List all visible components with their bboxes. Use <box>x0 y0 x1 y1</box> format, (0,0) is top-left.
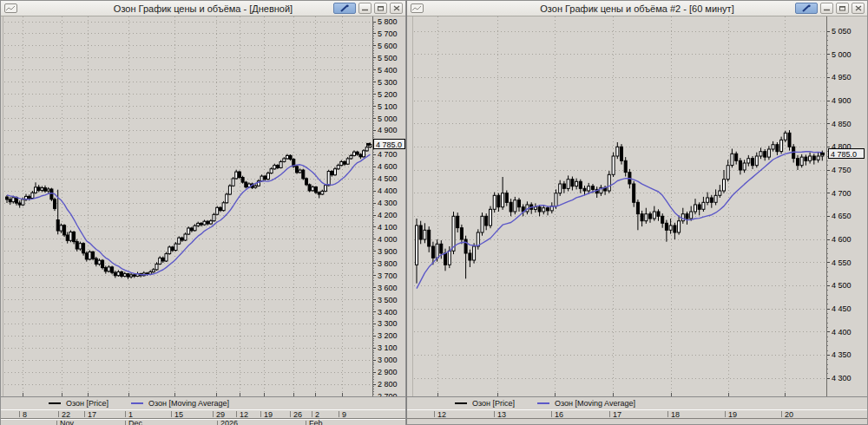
x-tick-separator <box>290 411 291 417</box>
x-axis-days-daily[interactable]: 822171152912192629 <box>1 409 405 419</box>
pin-button[interactable] <box>333 3 356 14</box>
candle <box>571 180 574 186</box>
candle <box>337 166 339 169</box>
candle <box>719 191 721 195</box>
close-button[interactable] <box>852 3 865 14</box>
x-axis-day-label: 19 <box>728 410 737 419</box>
candle <box>505 193 508 203</box>
candle <box>353 152 356 155</box>
candle <box>752 159 754 166</box>
candle <box>296 167 299 173</box>
candle <box>674 226 676 232</box>
candle <box>538 207 541 212</box>
candle <box>727 166 729 180</box>
candle <box>149 272 152 275</box>
y-axis-label: 3 200 <box>378 331 398 340</box>
candle <box>283 159 286 162</box>
candle <box>464 239 467 253</box>
candle <box>334 169 337 175</box>
candle <box>812 156 815 160</box>
candle <box>108 267 110 271</box>
minimize-button[interactable] <box>358 3 372 14</box>
candle <box>89 252 91 259</box>
candle <box>260 176 263 181</box>
minimize-button[interactable] <box>820 3 833 14</box>
chart-legend: Озон [Price] Озон [Moving Average] <box>407 396 867 409</box>
candle <box>155 264 158 270</box>
candle <box>318 193 320 194</box>
x-axis-months-daily[interactable]: NovDec2026Feb <box>1 419 405 425</box>
last-price-label: 4 785.0 <box>831 150 857 159</box>
close-button[interactable] <box>390 3 403 14</box>
y-axis-label: 5 700 <box>378 29 398 38</box>
y-axis-label: 5 400 <box>378 66 398 75</box>
candle <box>510 202 512 212</box>
candle <box>678 221 681 232</box>
candle <box>485 216 488 226</box>
candle <box>165 254 168 261</box>
titlebar-daily[interactable]: Озон График цены и объёма - [Дневной] <box>1 1 405 16</box>
candle <box>710 198 713 202</box>
x-tick-separator <box>609 411 610 417</box>
x-tick-separator <box>217 421 218 425</box>
x-tick-separator <box>125 421 126 425</box>
candle <box>621 147 623 160</box>
x-axis-month-label: 2026 <box>220 420 238 425</box>
candle <box>661 216 664 223</box>
candle <box>184 234 187 240</box>
candle <box>800 157 803 166</box>
candle <box>344 161 346 164</box>
candle <box>562 184 565 188</box>
x-axis-days-hourly[interactable]: 12131617181920 <box>407 409 867 419</box>
y-axis-label: 3 900 <box>378 247 398 256</box>
candle <box>289 155 292 159</box>
y-axis-label: 4 900 <box>378 126 398 134</box>
x-axis-day-label: 12 <box>437 410 446 419</box>
candle <box>168 247 171 254</box>
pin-icon <box>339 4 350 12</box>
candle <box>308 185 311 191</box>
y-axis-label: 5 500 <box>378 54 398 62</box>
candle <box>694 205 697 212</box>
candle <box>235 172 238 179</box>
candle <box>657 212 660 216</box>
candle <box>22 199 24 205</box>
candle <box>226 194 228 203</box>
candle <box>681 214 684 221</box>
price-chart-daily[interactable]: 2 7002 8002 9003 0003 1003 2003 3003 400… <box>1 16 405 396</box>
titlebar-hourly[interactable]: Озон График цены и объёма #2 - [60 минут… <box>407 1 867 16</box>
candle <box>583 188 586 191</box>
candle <box>79 244 82 249</box>
restore-button[interactable] <box>836 3 849 14</box>
restore-icon <box>838 5 846 11</box>
minimize-icon <box>823 5 831 11</box>
candle <box>424 230 426 239</box>
candle <box>325 186 327 192</box>
y-axis-label: 5 000 <box>832 50 852 59</box>
candle <box>315 187 318 193</box>
x-axis-day-label: 15 <box>174 410 183 419</box>
candle <box>612 156 615 174</box>
candle <box>702 202 705 209</box>
candle <box>686 214 688 219</box>
candle <box>356 152 358 154</box>
price-line-swatch <box>455 402 467 404</box>
y-axis-label: 4 550 <box>832 258 852 267</box>
candle <box>312 187 314 191</box>
candle <box>739 160 741 170</box>
candle <box>31 193 34 198</box>
chart-window-daily: Озон График цены и объёма - [Дневной] <box>0 0 406 425</box>
price-chart-hourly[interactable]: 4 3004 3504 4004 4504 5004 5504 6004 650… <box>407 16 867 396</box>
candle <box>797 159 799 166</box>
x-axis-day-label: 9 <box>342 410 346 419</box>
chart-legend: Озон [Price] Озон [Moving Average] <box>1 396 405 409</box>
pin-button[interactable] <box>795 3 818 14</box>
x-axis-day-label: 22 <box>62 410 70 419</box>
candle <box>767 149 770 157</box>
candle <box>624 160 627 172</box>
restore-button[interactable] <box>374 3 387 14</box>
candle <box>477 232 479 246</box>
candle <box>481 216 483 232</box>
candle <box>359 154 362 157</box>
candle <box>47 189 49 191</box>
